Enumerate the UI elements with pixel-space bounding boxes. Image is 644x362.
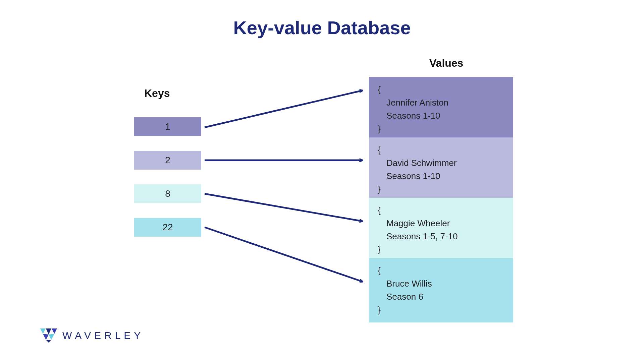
key-label: 8 [165,188,170,199]
value-line: Maggie Wheeler [378,217,504,230]
key-label: 2 [165,155,170,166]
svg-marker-1 [46,328,51,335]
values-column-header: Values [429,57,463,69]
svg-marker-2 [52,328,57,334]
key-box: 22 [134,218,201,237]
value-line: Seasons 1-10 [378,170,504,183]
brace-close: } [378,183,504,196]
key-label: 1 [165,121,170,132]
value-line: Seasons 1-5, 7-10 [378,230,504,243]
mapping-arrow [205,227,362,282]
value-box: {Bruce WillisSeason 6} [369,258,513,322]
waverley-logo: WAVERLEY [40,328,144,343]
brace-open: { [378,83,504,96]
svg-marker-4 [49,334,54,340]
value-box: {David SchwimmerSeasons 1-10} [369,137,513,202]
brace-open: { [378,264,504,277]
svg-marker-0 [40,328,46,334]
waverley-logo-icon [40,328,57,343]
key-label: 22 [162,222,173,233]
brace-open: { [378,204,504,217]
value-line: Seasons 1-10 [378,109,504,122]
value-line: Season 6 [378,290,504,303]
diagram-title: Key-value Database [0,17,644,39]
waverley-logo-text: WAVERLEY [62,330,144,341]
value-line: Bruce Willis [378,277,504,290]
key-box: 2 [134,151,201,170]
keys-column-header: Keys [144,87,170,100]
brace-close: } [378,122,504,135]
value-line: David Schwimmer [378,157,504,170]
svg-marker-5 [46,340,51,343]
mapping-arrow [205,90,362,127]
key-box: 8 [134,184,201,203]
mapping-arrow [205,194,362,221]
brace-close: } [378,303,504,316]
arrows-layer [0,0,644,362]
value-box: {Jennifer AnistonSeasons 1-10} [369,77,513,141]
brace-open: { [378,143,504,157]
brace-close: } [378,243,504,256]
value-line: Jennifer Aniston [378,96,504,109]
key-box: 1 [134,117,201,136]
svg-marker-3 [43,334,49,340]
value-box: {Maggie WheelerSeasons 1-5, 7-10} [369,198,513,262]
